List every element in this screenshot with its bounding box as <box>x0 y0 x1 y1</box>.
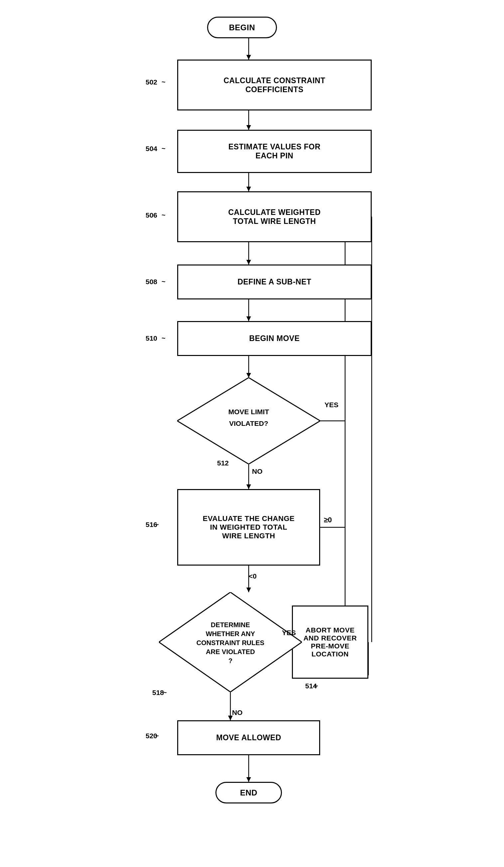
arrow-label-gte0-516: ≥0 <box>324 516 332 524</box>
node-502: CALCULATE CONSTRAINT COEFFICIENTS <box>177 60 372 110</box>
svg-marker-7 <box>246 260 251 265</box>
node-518: DETERMINE WHETHER ANY CONSTRAINT RULES A… <box>159 592 302 692</box>
label-510-tilde: ~ <box>162 334 166 342</box>
label-506-tilde: ~ <box>162 211 166 219</box>
svg-marker-9 <box>246 317 251 321</box>
svg-marker-3 <box>246 125 251 130</box>
label-514-tilde: ~ <box>314 682 318 690</box>
arrow-label-lt0-516: <0 <box>249 572 257 580</box>
label-508-tilde: ~ <box>162 278 166 286</box>
label-502-tilde: ~ <box>162 78 166 86</box>
svg-marker-1 <box>246 55 251 60</box>
label-518-tilde: ~ <box>163 689 167 696</box>
arrow-label-yes-518: YES <box>282 629 296 637</box>
node-508: DEFINE A SUB-NET <box>177 265 372 299</box>
node-514: ABORT MOVE AND RECOVER PRE-MOVE LOCATION <box>292 606 368 679</box>
svg-text:?: ? <box>228 657 232 664</box>
label-516-tilde: ~ <box>155 521 159 528</box>
svg-marker-20 <box>246 588 251 592</box>
node-504: ESTIMATE VALUES FOR EACH PIN <box>177 130 372 173</box>
svg-text:ARE VIOLATED: ARE VIOLATED <box>206 648 255 655</box>
svg-marker-25 <box>246 777 251 782</box>
svg-text:VIOLATED?: VIOLATED? <box>229 419 268 427</box>
node-512: MOVE LIMIT VIOLATED? <box>177 378 320 464</box>
svg-marker-17 <box>246 484 251 489</box>
svg-text:DETERMINE: DETERMINE <box>211 621 250 629</box>
svg-text:CONSTRAINT RULES: CONSTRAINT RULES <box>197 639 264 646</box>
arrow-label-no-518: NO <box>232 709 243 717</box>
arrow-label-yes-512: YES <box>325 401 338 409</box>
label-512: 512 <box>217 459 229 467</box>
arrow-label-no-512: NO <box>252 468 263 475</box>
begin-node: BEGIN <box>207 17 277 38</box>
label-508: 508 <box>146 278 157 286</box>
label-504: 504 <box>146 145 157 153</box>
node-510: BEGIN MOVE <box>177 321 372 356</box>
end-node: END <box>216 782 282 803</box>
svg-text:WHETHER ANY: WHETHER ANY <box>206 630 255 638</box>
node-520: MOVE ALLOWED <box>177 720 320 755</box>
svg-marker-11 <box>246 373 251 378</box>
label-518: 518 <box>152 689 164 697</box>
svg-marker-5 <box>246 186 251 191</box>
svg-text:MOVE LIMIT: MOVE LIMIT <box>228 408 269 416</box>
label-504-tilde: ~ <box>162 145 166 152</box>
label-510: 510 <box>146 334 157 342</box>
node-516: EVALUATE THE CHANGE IN WEIGHTED TOTAL WI… <box>177 489 320 566</box>
node-506: CALCULATE WEIGHTED TOTAL WIRE LENGTH <box>177 191 372 242</box>
label-506: 506 <box>146 211 157 219</box>
flowchart-diagram: BEGIN CALCULATE CONSTRAINT COEFFICIENTS … <box>126 7 378 858</box>
label-520-tilde: ~ <box>155 732 159 740</box>
label-502: 502 <box>146 78 157 86</box>
